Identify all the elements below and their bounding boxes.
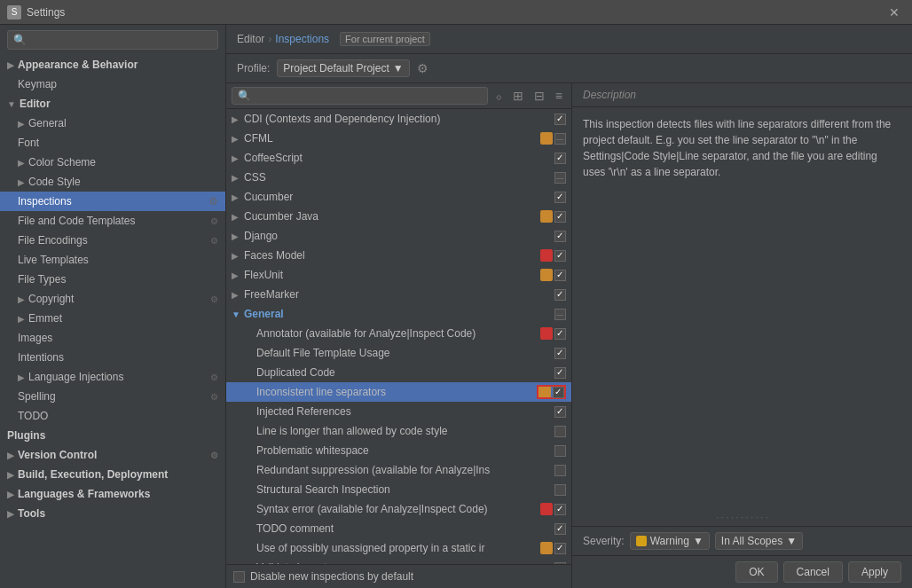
ok-button[interactable]: OK xyxy=(735,561,777,583)
check-box[interactable] xyxy=(554,367,566,379)
sidebar-item-general[interactable]: ▶ General xyxy=(0,114,225,133)
check-box[interactable] xyxy=(554,562,566,565)
tree-row[interactable]: Default File Template Usage xyxy=(226,343,571,363)
tree-row[interactable]: ▶ CSS xyxy=(226,168,571,187)
check-box[interactable] xyxy=(554,250,566,262)
tree-row[interactable]: Validate imports xyxy=(226,558,571,564)
tree-row[interactable]: Annotator (available for Analyze|Inspect… xyxy=(226,324,571,343)
sidebar-item-build[interactable]: ▶ Build, Execution, Deployment xyxy=(0,465,225,484)
tree-item-label: Use of possibly unassigned property in a… xyxy=(256,542,540,554)
check-area xyxy=(554,153,566,164)
check-box[interactable] xyxy=(554,192,566,203)
sidebar-item-images[interactable]: Images xyxy=(0,328,225,348)
tree-item-label: Cucumber xyxy=(244,191,554,203)
check-box[interactable] xyxy=(554,406,566,418)
tree-search-input[interactable] xyxy=(255,90,482,102)
tree-row[interactable]: ▶ Django xyxy=(226,226,571,246)
tree-row[interactable]: ▶ Cucumber Java xyxy=(226,207,571,226)
check-box[interactable] xyxy=(554,523,566,535)
tree-row[interactable]: ▶ Faces Model xyxy=(226,246,571,265)
sidebar-item-live-templates[interactable]: Live Templates xyxy=(0,250,225,270)
sidebar-search-input[interactable] xyxy=(27,34,212,46)
tree-row[interactable]: TODO comment xyxy=(226,519,571,538)
check-box[interactable] xyxy=(554,328,566,340)
check-box[interactable] xyxy=(554,348,566,359)
tree-search-box[interactable]: 🔍 xyxy=(232,87,488,105)
sidebar-item-version-control[interactable]: ▶ Version Control ⚙ xyxy=(0,445,225,465)
sidebar-item-file-types[interactable]: File Types xyxy=(0,270,225,289)
gear-icon[interactable]: ⚙ xyxy=(417,61,428,75)
cancel-button[interactable]: Cancel xyxy=(783,561,843,583)
disable-inspections-checkbox[interactable] xyxy=(233,571,245,583)
settings-button[interactable]: ≡ xyxy=(552,87,566,105)
sidebar: 🔍 ▶ Appearance & Behavior Keymap ▼ Edito… xyxy=(0,25,226,588)
check-box[interactable] xyxy=(554,231,566,242)
check-box[interactable] xyxy=(554,172,566,184)
check-box[interactable] xyxy=(554,309,566,320)
check-box[interactable] xyxy=(554,504,566,515)
sidebar-item-keymap[interactable]: Keymap xyxy=(0,74,225,94)
check-box[interactable] xyxy=(554,445,566,457)
check-box[interactable] xyxy=(553,387,564,398)
profile-dropdown[interactable]: Project Default Project ▼ xyxy=(277,59,409,77)
tree-row[interactable]: Problematic whitespace xyxy=(226,441,571,460)
sidebar-item-languages[interactable]: ▶ Languages & Frameworks xyxy=(0,484,225,504)
sidebar-item-code-style[interactable]: ▶ Code Style xyxy=(0,172,225,192)
check-box[interactable] xyxy=(554,289,566,301)
sidebar-search[interactable]: 🔍 xyxy=(7,30,218,50)
sidebar-item-emmet[interactable]: ▶ Emmet xyxy=(0,309,225,328)
check-box[interactable] xyxy=(554,153,566,164)
sidebar-item-lang-injections[interactable]: ▶ Language Injections ⚙ xyxy=(0,367,225,387)
app-icon: S xyxy=(7,5,21,20)
check-box[interactable] xyxy=(554,426,566,437)
tree-row[interactable]: Redundant suppression (available for Ana… xyxy=(226,460,571,480)
tree-row[interactable]: Syntax error (available for Analyze|Insp… xyxy=(226,499,571,519)
check-box[interactable] xyxy=(554,543,566,554)
tree-row[interactable]: ▶ Cucumber xyxy=(226,187,571,207)
sidebar-item-tools[interactable]: ▶ Tools xyxy=(0,504,225,523)
check-box[interactable] xyxy=(554,270,566,281)
tree-row[interactable]: Structural Search Inspection xyxy=(226,480,571,499)
tree-row[interactable]: Injected References xyxy=(226,402,571,421)
sidebar-item-copyright[interactable]: ▶ Copyright ⚙ xyxy=(0,289,225,309)
tree-row[interactable]: ▶ FreeMarker xyxy=(226,285,571,304)
sidebar-item-appearance[interactable]: ▶ Appearance & Behavior xyxy=(0,55,225,74)
tree-row-inconsistent-line[interactable]: Inconsistent line separators xyxy=(226,382,571,402)
sidebar-item-font[interactable]: Font xyxy=(0,133,225,153)
arrow-icon: ▶ xyxy=(18,294,25,304)
tree-row[interactable]: ▶ FlexUnit xyxy=(226,265,571,285)
severity-row: Severity: Warning ▼ In All Scopes ▼ xyxy=(572,526,912,555)
inspections-panel: 🔍 ⬦ ⊞ ⊟ ≡ ▶ CDI (Contexts and Dependency… xyxy=(226,83,912,588)
check-box[interactable] xyxy=(554,484,566,496)
check-box[interactable] xyxy=(554,114,566,125)
check-box[interactable] xyxy=(554,465,566,476)
sidebar-item-todo[interactable]: TODO xyxy=(0,406,225,426)
apply-button[interactable]: Apply xyxy=(848,561,901,583)
sidebar-item-editor[interactable]: ▼ Editor xyxy=(0,94,225,114)
scope-dropdown[interactable]: In All Scopes ▼ xyxy=(715,532,803,550)
sidebar-item-inspections[interactable]: Inspections ⚙ xyxy=(0,192,225,211)
close-button[interactable]: ✕ xyxy=(884,4,905,21)
severity-color xyxy=(540,210,553,223)
tree-row[interactable]: Duplicated Code xyxy=(226,363,571,382)
sidebar-item-file-code-templates[interactable]: File and Code Templates ⚙ xyxy=(0,211,225,231)
expand-all-button[interactable]: ⊞ xyxy=(509,87,527,105)
check-box[interactable] xyxy=(554,133,566,145)
tree-row[interactable]: ▶ CFML xyxy=(226,129,571,148)
sidebar-item-plugins[interactable]: Plugins xyxy=(0,426,225,445)
sidebar-item-intentions[interactable]: Intentions xyxy=(0,348,225,367)
arrow-icon: ▶ xyxy=(232,134,244,144)
check-area xyxy=(554,426,566,437)
sidebar-item-spelling[interactable]: Spelling ⚙ xyxy=(0,387,225,406)
tree-row[interactable]: ▼ General xyxy=(226,304,571,324)
collapse-all-button[interactable]: ⊟ xyxy=(531,87,548,105)
tree-row[interactable]: Line is longer than allowed by code styl… xyxy=(226,421,571,441)
sidebar-item-color-scheme[interactable]: ▶ Color Scheme xyxy=(0,153,225,172)
severity-dropdown[interactable]: Warning ▼ xyxy=(630,532,710,550)
filter-button[interactable]: ⬦ xyxy=(491,87,506,105)
check-box[interactable] xyxy=(554,211,566,223)
tree-row[interactable]: Use of possibly unassigned property in a… xyxy=(226,538,571,558)
sidebar-item-file-encodings[interactable]: File Encodings ⚙ xyxy=(0,231,225,250)
tree-row[interactable]: ▶ CDI (Contexts and Dependency Injection… xyxy=(226,109,571,129)
tree-row[interactable]: ▶ CoffeeScript xyxy=(226,148,571,168)
